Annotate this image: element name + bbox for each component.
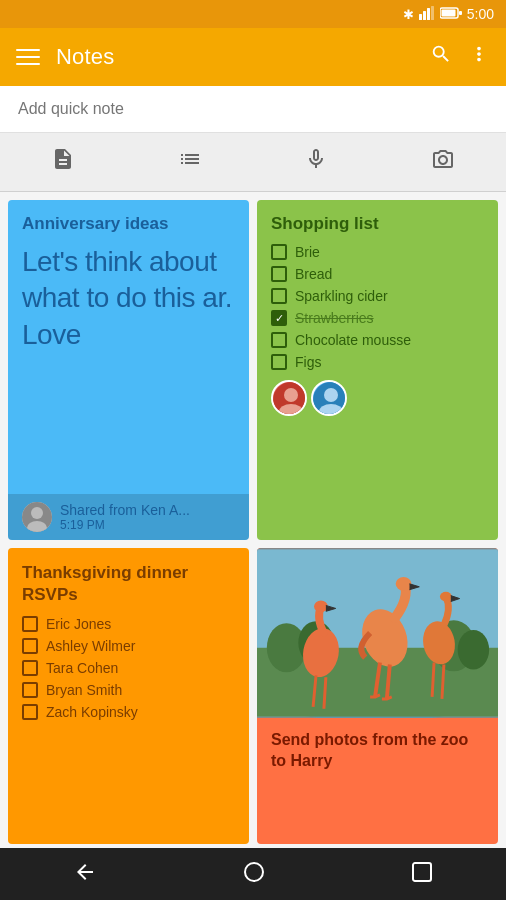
shopping-collaborators [271,380,484,416]
item-text-eric: Eric Jones [46,616,111,632]
signal-icon [419,6,435,23]
note-actions-bar [0,133,506,192]
item-text-brie: Brie [295,244,320,260]
list-item: Sparkling cider [271,288,484,304]
svg-point-32 [440,592,452,602]
bottom-nav [0,848,506,900]
more-options-button[interactable] [468,43,490,71]
svg-point-35 [245,863,263,881]
app-bar-actions [430,43,490,71]
status-icons: ✱ 5:00 [403,6,494,23]
avatar-collaborator-2 [311,380,347,416]
item-text-zach: Zach Kopinsky [46,704,138,720]
svg-rect-36 [413,863,431,881]
note-thanksgiving[interactable]: Thanksgiving dinner RSVPs Eric Jones Ash… [8,548,249,844]
quick-note-area [0,86,506,133]
checkbox-brie [271,244,287,260]
list-item: Brie [271,244,484,260]
svg-rect-1 [423,11,426,20]
home-button[interactable] [234,852,274,897]
thanksgiving-checklist: Eric Jones Ashley Wilmer Tara Cohen Brya… [22,616,235,720]
note-anniversary-title: Anniversary ideas [22,214,235,234]
list-item: Bryan Smith [22,682,235,698]
battery-icon [440,7,462,22]
note-anniversary-footer: Shared from Ken A... 5:19 PM [8,494,249,540]
svg-rect-2 [427,8,430,20]
note-shopping-title: Shopping list [271,214,484,234]
svg-line-30 [324,677,326,708]
checkbox-cider [271,288,287,304]
svg-rect-0 [419,14,422,20]
app-title: Notes [56,44,414,70]
svg-rect-5 [459,11,462,15]
checkbox-bryan [22,682,38,698]
note-shopping[interactable]: Shopping list Brie Bread Sparkling cider… [257,200,498,540]
item-text-strawberries: Strawberries [295,310,374,326]
list-item: Eric Jones [22,616,235,632]
list-note-button[interactable] [170,143,210,181]
back-button[interactable] [65,852,105,897]
status-time: 5:00 [467,6,494,22]
svg-rect-3 [431,6,434,20]
svg-point-22 [458,630,489,669]
list-item: Zach Kopinsky [22,704,235,720]
svg-rect-6 [441,9,455,16]
item-text-bread: Bread [295,266,332,282]
checkbox-eric [22,616,38,632]
svg-point-8 [31,507,43,519]
list-item: Ashley Wilmer [22,638,235,654]
status-bar: ✱ 5:00 [0,0,506,28]
svg-point-28 [314,601,328,613]
checkbox-zach [22,704,38,720]
checkbox-ashley [22,638,38,654]
recents-button[interactable] [403,853,441,896]
svg-point-14 [324,388,338,402]
item-text-bryan: Bryan Smith [46,682,122,698]
shared-time: 5:19 PM [60,518,190,532]
checkbox-figs [271,354,287,370]
note-zoo-title: Send photos from the zoo to Harry [271,730,484,772]
svg-line-34 [442,665,444,699]
shared-text-block: Shared from Ken A... 5:19 PM [60,502,190,532]
item-text-mousse: Chocolate mousse [295,332,411,348]
note-zoo-photo [257,548,498,718]
checkbox-tara [22,660,38,676]
svg-point-11 [284,388,298,402]
item-text-tara: Tara Cohen [46,660,118,676]
shared-from-text: Shared from Ken A... [60,502,190,518]
bluetooth-icon: ✱ [403,7,414,22]
note-thanksgiving-title: Thanksgiving dinner RSVPs [22,562,235,606]
svg-point-24 [396,577,412,591]
notes-grid: Anniversary ideas Let's think about what… [0,192,506,852]
checkbox-bread [271,266,287,282]
shopping-checklist: Brie Bread Sparkling cider ✓ Strawberrie… [271,244,484,370]
text-note-button[interactable] [43,143,83,181]
list-item: Tara Cohen [22,660,235,676]
item-text-figs: Figs [295,354,321,370]
shared-info: Shared from Ken A... 5:19 PM [22,502,235,532]
note-anniversary-body: Let's think about what to do this ar. Lo… [22,244,235,353]
avatar-collaborator-1 [271,380,307,416]
item-text-ashley: Ashley Wilmer [46,638,135,654]
image-note-button[interactable] [423,143,463,181]
item-text-cider: Sparkling cider [295,288,388,304]
list-item: Figs [271,354,484,370]
list-item: ✓ Strawberries [271,310,484,326]
app-bar: Notes [0,28,506,86]
note-zoo[interactable]: Send photos from the zoo to Harry [257,548,498,844]
quick-note-input[interactable] [18,100,488,118]
list-item: Bread [271,266,484,282]
note-anniversary[interactable]: Anniversary ideas Let's think about what… [8,200,249,540]
checkbox-mousse [271,332,287,348]
checkbox-strawberries: ✓ [271,310,287,326]
menu-button[interactable] [16,49,40,65]
avatar-shared [22,502,52,532]
note-zoo-content: Send photos from the zoo to Harry [257,718,498,784]
list-item: Chocolate mousse [271,332,484,348]
search-button[interactable] [430,43,452,71]
voice-note-button[interactable] [296,143,336,181]
svg-line-33 [432,663,434,697]
